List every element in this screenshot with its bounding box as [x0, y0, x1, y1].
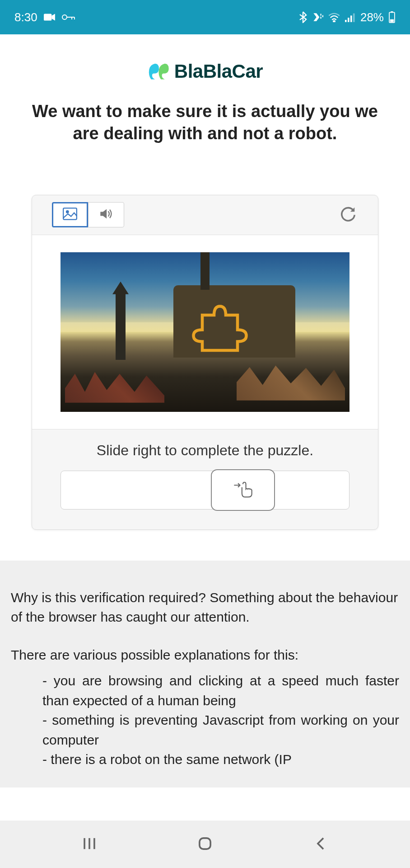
recents-icon — [82, 836, 97, 853]
status-left: 8:30 — [14, 10, 75, 24]
wifi-icon — [328, 12, 340, 22]
captcha-toolbar — [32, 195, 378, 235]
signal-icon — [345, 12, 356, 22]
explanation-item: something is preventing Javascript from … — [42, 710, 399, 750]
status-battery-pct: 28% — [360, 10, 384, 24]
svg-rect-9 — [353, 14, 355, 22]
captcha-audio-mode-button[interactable] — [88, 202, 124, 227]
svg-rect-7 — [348, 18, 349, 22]
home-icon — [197, 836, 213, 853]
nav-recents-button[interactable] — [76, 831, 103, 858]
explanation-section: Why is this verification required? Somet… — [0, 561, 410, 788]
svg-point-14 — [66, 211, 69, 213]
nav-back-button[interactable] — [307, 831, 334, 858]
vpn-key-icon — [62, 13, 75, 21]
android-nav-bar — [0, 821, 410, 868]
captcha-image-mode-button[interactable] — [52, 202, 88, 227]
svg-rect-18 — [200, 838, 210, 849]
brand-quotes-icon — [147, 61, 171, 82]
explanation-item: there is a robot on the same network (IP — [42, 750, 399, 769]
page-content: BlaBlaCar We want to make sure it is act… — [0, 34, 410, 530]
vibrate-icon — [312, 12, 323, 23]
captcha-card: Slide right to complete the puzzle. — [32, 195, 378, 530]
reload-icon — [340, 205, 357, 224]
svg-point-5 — [333, 21, 335, 22]
status-bar: 8:30 28% — [0, 0, 410, 34]
puzzle-target-outline — [191, 297, 249, 356]
page-heading: We want to make sure it is actually you … — [14, 100, 396, 145]
status-time: 8:30 — [14, 10, 37, 24]
svg-rect-6 — [345, 20, 347, 22]
captcha-footer: Slide right to complete the puzzle. — [32, 429, 378, 529]
status-right: 28% — [299, 10, 396, 24]
svg-point-1 — [62, 15, 67, 19]
captcha-slider-handle[interactable] — [211, 469, 275, 511]
svg-rect-3 — [320, 17, 321, 19]
image-icon — [63, 208, 77, 222]
brand-logo: BlaBlaCar — [14, 61, 396, 82]
captcha-puzzle-image[interactable] — [61, 252, 349, 412]
svg-rect-8 — [350, 15, 352, 22]
explanation-intro-text: Why is this verification required? Somet… — [11, 588, 399, 627]
audio-icon — [99, 208, 113, 222]
explanation-list: you are browsing and clicking at a speed… — [11, 671, 399, 769]
svg-rect-4 — [322, 15, 323, 17]
explanation-lead-text: There are various possible explanations … — [11, 645, 399, 665]
battery-icon — [388, 11, 396, 23]
captcha-instruction-text: Slide right to complete the puzzle. — [57, 442, 353, 459]
camera-icon — [44, 13, 56, 22]
swipe-right-icon — [232, 480, 254, 500]
back-icon — [314, 836, 327, 853]
explanation-item: you are browsing and clicking at a speed… — [42, 671, 399, 710]
captcha-reload-button[interactable] — [338, 205, 358, 225]
captcha-mode-group — [52, 202, 124, 227]
bluetooth-icon — [299, 11, 307, 23]
captcha-slider-track[interactable] — [61, 471, 349, 509]
brand-name: BlaBlaCar — [174, 61, 263, 82]
svg-rect-0 — [44, 14, 51, 20]
svg-rect-11 — [391, 11, 393, 12]
captcha-image-area — [32, 235, 378, 429]
svg-rect-12 — [390, 19, 394, 22]
svg-rect-2 — [320, 14, 321, 15]
nav-home-button[interactable] — [191, 831, 219, 858]
